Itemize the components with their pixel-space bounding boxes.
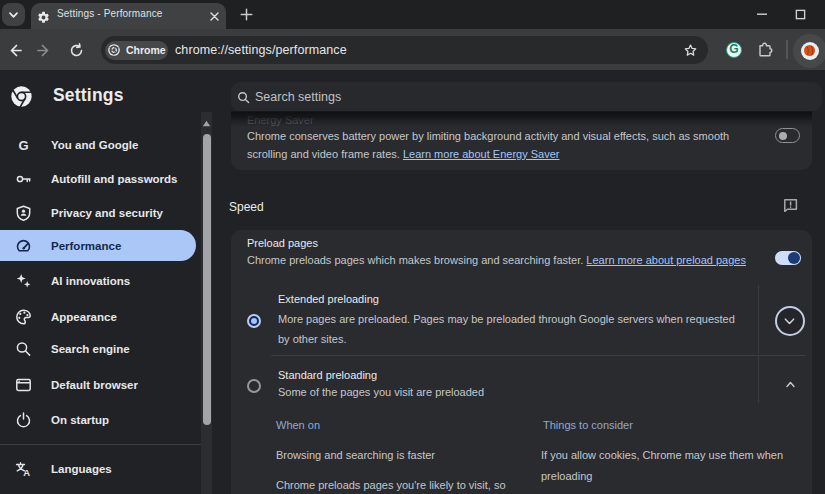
svg-text:G: G	[18, 138, 28, 153]
svg-text:A: A	[23, 467, 30, 478]
